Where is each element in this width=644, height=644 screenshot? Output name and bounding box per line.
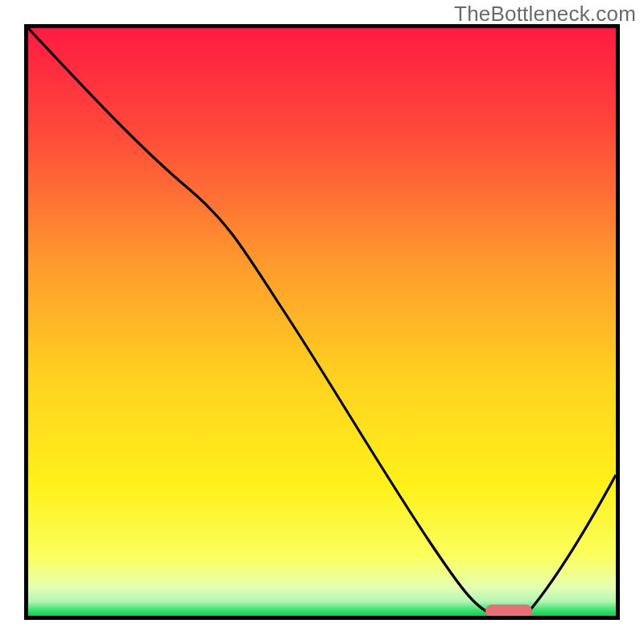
- chart-svg: [28, 28, 616, 616]
- chart-frame: TheBottleneck.com: [0, 0, 644, 644]
- watermark-text: TheBottleneck.com: [454, 2, 636, 27]
- optimal-marker: [485, 605, 532, 616]
- gradient-background: [28, 28, 616, 616]
